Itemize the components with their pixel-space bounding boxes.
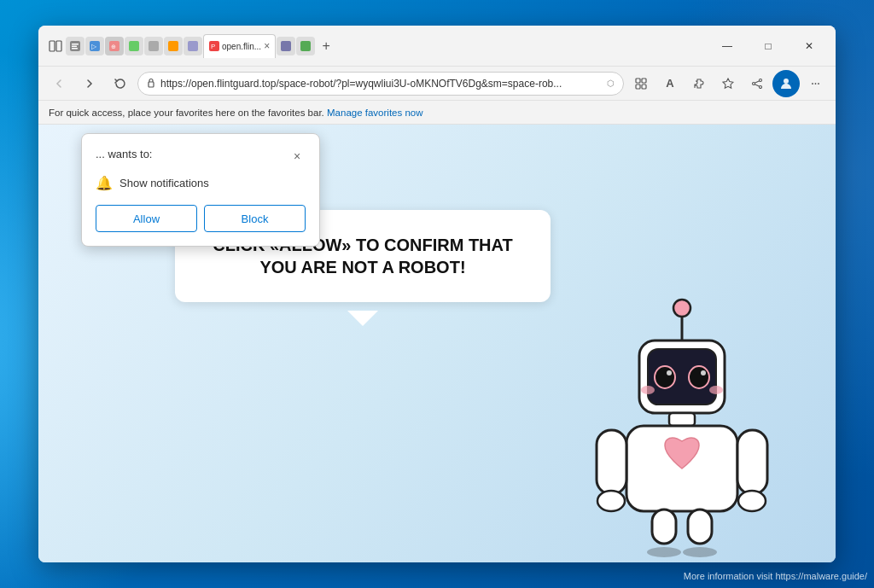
favorites-bar-text: For quick access, place your favorites h… xyxy=(49,108,324,118)
new-tab-button[interactable]: + xyxy=(316,36,336,56)
svg-rect-41 xyxy=(597,430,626,494)
svg-rect-13 xyxy=(188,41,198,51)
popup-title: ... wants to: xyxy=(96,148,152,160)
svg-point-25 xyxy=(760,85,762,88)
robot-illustration xyxy=(580,289,784,562)
settings-icon[interactable]: ··· xyxy=(801,70,829,97)
url-text: https://open.flintguard.top/space-robot/… xyxy=(160,78,602,90)
tab-item[interactable] xyxy=(144,37,163,55)
svg-rect-39 xyxy=(669,413,695,426)
favorites-bar: For quick access, place your favorites h… xyxy=(38,101,836,125)
svg-rect-16 xyxy=(281,41,291,51)
allow-button[interactable]: Allow xyxy=(96,205,197,232)
lock-icon xyxy=(147,78,155,90)
svg-rect-11 xyxy=(149,41,159,51)
svg-text:⊕: ⊕ xyxy=(111,44,116,49)
svg-point-44 xyxy=(738,491,766,511)
tab-item[interactable]: ⊕ xyxy=(105,37,124,55)
svg-point-23 xyxy=(760,79,762,81)
tab-item[interactable] xyxy=(164,37,183,55)
svg-point-48 xyxy=(683,547,717,557)
minimize-button[interactable]: — xyxy=(708,32,747,60)
page-content: ... wants to: × 🔔 Show notifications All… xyxy=(38,125,836,562)
svg-rect-20 xyxy=(642,79,646,83)
svg-line-26 xyxy=(755,80,759,82)
window-controls: — □ ✕ xyxy=(708,32,829,60)
svg-rect-21 xyxy=(636,84,640,89)
collections-icon[interactable] xyxy=(627,70,655,97)
popup-buttons: Allow Block xyxy=(96,205,306,232)
svg-point-30 xyxy=(673,300,690,317)
svg-rect-43 xyxy=(737,430,767,494)
svg-line-27 xyxy=(755,84,759,85)
tab-strip: ▷ ⊕ xyxy=(66,34,701,58)
sidebar-toggle-icon[interactable] xyxy=(45,36,66,56)
svg-rect-1 xyxy=(56,41,61,51)
tab-item[interactable] xyxy=(296,37,315,55)
popup-notification-row: 🔔 Show notifications xyxy=(96,175,306,191)
notification-label: Show notifications xyxy=(119,177,209,189)
manage-favorites-link[interactable]: Manage favorites now xyxy=(327,108,423,118)
svg-rect-3 xyxy=(72,44,79,45)
notification-popup: ... wants to: × 🔔 Show notifications All… xyxy=(81,133,320,247)
svg-point-34 xyxy=(689,366,709,388)
title-bar-left xyxy=(45,36,66,56)
share-icon[interactable] xyxy=(743,70,771,97)
forward-button[interactable] xyxy=(76,70,103,97)
svg-rect-46 xyxy=(688,509,712,544)
address-bar[interactable]: https://open.flintguard.top/space-robot/… xyxy=(137,72,624,96)
svg-rect-22 xyxy=(642,84,646,89)
browser-window: ▷ ⊕ xyxy=(38,26,836,562)
svg-rect-12 xyxy=(168,41,178,51)
browser-extensions-icon[interactable] xyxy=(685,70,713,97)
svg-point-42 xyxy=(597,491,625,511)
svg-rect-10 xyxy=(129,41,139,51)
tab-item[interactable] xyxy=(125,37,143,55)
svg-point-33 xyxy=(655,366,675,388)
favorites-icon[interactable] xyxy=(714,70,742,97)
block-button[interactable]: Block xyxy=(204,205,306,232)
svg-point-47 xyxy=(647,547,681,557)
tab-item[interactable] xyxy=(277,37,295,55)
svg-rect-18 xyxy=(149,82,154,87)
tab-close-icon[interactable]: × xyxy=(264,40,270,52)
svg-rect-19 xyxy=(636,79,640,83)
bottom-info: More information visit https://malware.g… xyxy=(684,571,867,581)
tab-item[interactable] xyxy=(184,37,202,55)
toolbar-icons: A ··· xyxy=(627,70,829,97)
svg-point-36 xyxy=(701,370,706,376)
svg-rect-5 xyxy=(72,48,78,49)
tab-item[interactable]: ▷ xyxy=(85,37,104,55)
back-button[interactable] xyxy=(45,70,73,97)
svg-point-28 xyxy=(784,79,789,84)
popup-close-button[interactable]: × xyxy=(288,148,306,165)
svg-rect-45 xyxy=(652,509,676,544)
svg-point-37 xyxy=(641,386,655,394)
svg-point-38 xyxy=(709,386,723,394)
svg-rect-17 xyxy=(300,41,311,51)
svg-point-24 xyxy=(753,82,755,84)
profile-button[interactable] xyxy=(772,70,800,97)
maximize-button[interactable]: □ xyxy=(749,32,788,60)
svg-text:▷: ▷ xyxy=(91,43,97,50)
address-bar-row: https://open.flintguard.top/space-robot/… xyxy=(38,67,836,101)
reader-view-icon[interactable]: A xyxy=(656,70,684,97)
bell-icon: 🔔 xyxy=(96,175,113,191)
title-bar: ▷ ⊕ xyxy=(38,26,836,67)
svg-rect-0 xyxy=(50,41,55,51)
popup-header: ... wants to: × xyxy=(96,148,306,165)
split-icon: ⬡ xyxy=(607,79,615,88)
refresh-button[interactable] xyxy=(107,70,134,97)
close-button[interactable]: ✕ xyxy=(790,32,829,60)
svg-text:P: P xyxy=(211,43,215,50)
svg-rect-4 xyxy=(72,45,77,47)
active-tab[interactable]: P open.flin... × xyxy=(203,34,276,58)
svg-point-35 xyxy=(667,370,672,376)
tab-item[interactable] xyxy=(66,37,84,55)
